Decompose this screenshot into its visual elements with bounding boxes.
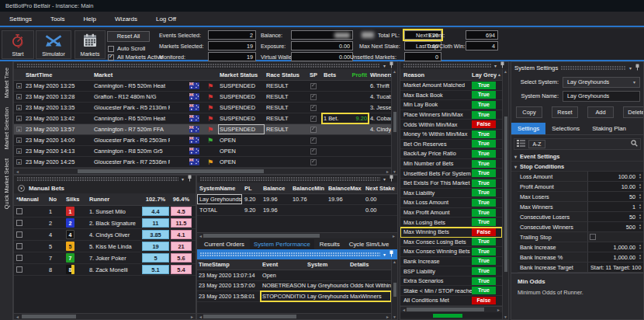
collapse-icon[interactable]: ▾ <box>18 185 25 192</box>
condition-row[interactable]: Bet On Reserves True <box>400 140 502 150</box>
condition-row[interactable]: Stake < Min / STOP reached True <box>400 286 502 296</box>
property-row[interactable]: Max Losers 50 ▲▼ <box>518 192 643 202</box>
column-header-next-stake[interactable]: Next Stake <box>363 183 397 193</box>
column-header-winners[interactable]: Winners <box>369 69 391 80</box>
condition-row[interactable]: Bank Increase True <box>400 257 502 267</box>
markets-button[interactable]: Markets <box>74 30 106 59</box>
property-value-box[interactable]: 1,000.00 ▲▼ <box>587 242 643 252</box>
settings-action-button[interactable]: Copy <box>516 106 542 118</box>
market-row[interactable]: + 23 May 2020 13:42 Cannington - R6 520m… <box>14 113 391 124</box>
search-icon[interactable] <box>631 140 638 148</box>
settings-action-button[interactable]: Reset <box>552 106 578 118</box>
column-header-system[interactable]: System <box>306 259 348 270</box>
lay-odds-cell[interactable]: 5.4 <box>170 264 192 275</box>
simulator-button[interactable]: Simulator <box>36 30 71 59</box>
column-header-pl[interactable]: PL <box>242 183 261 193</box>
expand-row-button[interactable]: + <box>14 135 24 145</box>
systems-horizontal-scrollbar[interactable]: ◄► <box>197 232 397 238</box>
column-header-details[interactable]: Details <box>348 259 391 270</box>
chevron-down-icon[interactable]: ▾ <box>383 177 386 182</box>
market-row[interactable]: + 23 May 2020 14:13 Cannington - R8 520m… <box>14 146 391 157</box>
condition-row[interactable]: Max Consec Losing Bets True <box>400 238 502 248</box>
condition-row[interactable]: Max Liability True <box>400 189 502 199</box>
condition-row[interactable]: Max Loss Amount True <box>400 198 502 208</box>
property-value-box[interactable]: Start: 11 Target: 100 ▲▼ <box>587 263 643 272</box>
spinner-icons[interactable]: ▲▼ <box>637 203 643 210</box>
event-log-row[interactable]: 23 May 2020 13:57:00 NOBETREASONS Lay Gr… <box>197 281 391 292</box>
column-header-starttime[interactable]: StartTime <box>24 69 92 80</box>
condition-row[interactable]: Money % Within Min/Max True <box>400 130 502 140</box>
menu-item[interactable]: Settings <box>0 16 41 23</box>
back-odds-cell[interactable]: 5 <box>141 252 170 263</box>
menu-item[interactable]: Help <box>74 16 106 23</box>
condition-row[interactable]: Max Winning Bets False <box>400 228 502 238</box>
property-row[interactable]: Bank Increase Target Start: 11 Target: 1… <box>518 263 643 273</box>
condition-row[interactable]: Min Lay Book True <box>400 100 502 110</box>
expand-row-button[interactable]: + <box>14 157 24 167</box>
back-odds-cell[interactable]: 3.85 <box>141 229 170 240</box>
panel-drag-handle[interactable]: ▾ <box>14 176 196 183</box>
column-header-systemname[interactable]: SystemName <box>197 183 242 193</box>
condition-row[interactable]: Min Number of Bets True <box>400 159 502 169</box>
system-row[interactable]: Lay Greyhounds 9.20 19.96 10.76 19.96 0.… <box>197 194 397 205</box>
column-header-silks[interactable]: Silks <box>64 193 87 205</box>
event-log-row[interactable]: 23 May 2020 13:07:14 Open <box>197 270 391 281</box>
condition-row[interactable]: Max Losing Bets True <box>400 217 502 228</box>
condition-row[interactable]: Bet Exists For This Market True <box>400 179 502 189</box>
manual-bets-horizontal-scrollbar[interactable]: ◄► <box>14 313 196 319</box>
manual-bet-checkbox-cell[interactable] <box>14 264 47 275</box>
pin-icon[interactable] <box>635 64 640 72</box>
reason-vertical-scrollbar[interactable]: ▲▼ <box>502 69 508 319</box>
sp-checkbox[interactable] <box>305 135 322 145</box>
condition-row[interactable]: Place Winners Min/Max True <box>400 110 502 120</box>
bottom-tab[interactable]: Results <box>316 239 344 249</box>
property-row[interactable]: Consecutive Winners 500 ▲▼ <box>518 222 643 232</box>
select-system-dropdown[interactable]: Lay Greyhounds ▾ <box>563 77 640 88</box>
market-row[interactable]: + 23 May 2020 14:25 Gloucester Park - R7… <box>14 157 391 168</box>
expand-row-button[interactable]: + <box>14 124 24 134</box>
events-vertical-scrollbar[interactable]: ▲▼ <box>391 259 397 319</box>
condition-row[interactable]: Max Consec Winning Bets True <box>400 247 502 257</box>
column-header-timestamp[interactable]: TimeStamp <box>197 259 261 270</box>
sidebar-tab[interactable]: Quick Market Select <box>3 158 10 209</box>
expand-row-button[interactable]: + <box>14 103 24 113</box>
market-vertical-scrollbar[interactable]: ▲▼ <box>391 69 397 174</box>
sidebar-tab[interactable]: Market Selection <box>3 107 10 149</box>
property-value-box[interactable]: 50 ▲▼ <box>587 192 643 201</box>
runner-row[interactable]: 2 2 2. Black Signature 11 11.5 <box>14 217 196 229</box>
chevron-down-icon[interactable]: ▾ <box>182 177 184 182</box>
spinner-icons[interactable]: ▲▼ <box>637 224 643 230</box>
expand-row-button[interactable]: + <box>14 113 24 123</box>
expand-row-button[interactable]: + <box>14 146 24 156</box>
manual-bet-checkbox-cell[interactable] <box>14 252 47 263</box>
spinner-icons[interactable]: ▲▼ <box>637 214 643 220</box>
window-titlebar[interactable]: BetBotPro Betfair - Instance: Main <box>0 0 644 12</box>
all-markets-active-checkbox[interactable] <box>108 54 114 61</box>
condition-row[interactable]: Unsettled Bets For System True <box>400 169 502 179</box>
reason-horizontal-scrollbar[interactable]: ◄► <box>400 306 502 312</box>
chevron-down-icon[interactable]: ▾ <box>629 66 632 71</box>
system-settings-titlebar[interactable]: System Settings ▾ <box>511 62 643 74</box>
runner-row[interactable]: 5 5 5. Kiss Me Linda 19 21 <box>14 241 196 252</box>
back-odds-cell[interactable]: 11 <box>141 217 170 228</box>
property-row[interactable]: Bank Increase % 1,000.00 ▲▼ <box>518 252 643 263</box>
property-row[interactable]: Bank Increase 1,000.00 ▲▼ <box>518 242 643 252</box>
column-header-balancemin[interactable]: BalanceMin <box>290 183 326 193</box>
settings-action-button[interactable]: Add <box>587 106 614 118</box>
sp-checkbox[interactable] <box>305 124 322 134</box>
sort-alpha-button[interactable]: A-Z <box>528 140 545 148</box>
column-header-balance[interactable]: Balance <box>261 183 290 193</box>
runner-row[interactable]: 8 8 8. Zack Monelli 5.1 5.4 <box>14 264 196 276</box>
category-event-settings[interactable]: ▾ Event Settings <box>511 151 643 162</box>
property-value-box[interactable]: 500 ▲▼ <box>587 222 643 231</box>
events-horizontal-scrollbar[interactable]: ◄► <box>197 313 391 319</box>
sp-checkbox[interactable] <box>305 103 322 113</box>
property-checkbox[interactable] <box>590 234 596 240</box>
column-header-balancemax[interactable]: BalanceMax <box>326 183 363 193</box>
category-stop-conditions[interactable]: ▾ Stop Conditions <box>511 162 643 172</box>
column-header-runner[interactable]: Runner <box>87 193 141 205</box>
event-log-row[interactable]: 23 May 2020 13:58:01 STOPCONDITION Lay G… <box>197 291 391 302</box>
back-odds-cell[interactable]: 5.1 <box>141 264 170 275</box>
column-header-manual[interactable]: *Manual <box>14 193 47 205</box>
column-header-lay-book[interactable]: 96.4% <box>170 193 192 205</box>
